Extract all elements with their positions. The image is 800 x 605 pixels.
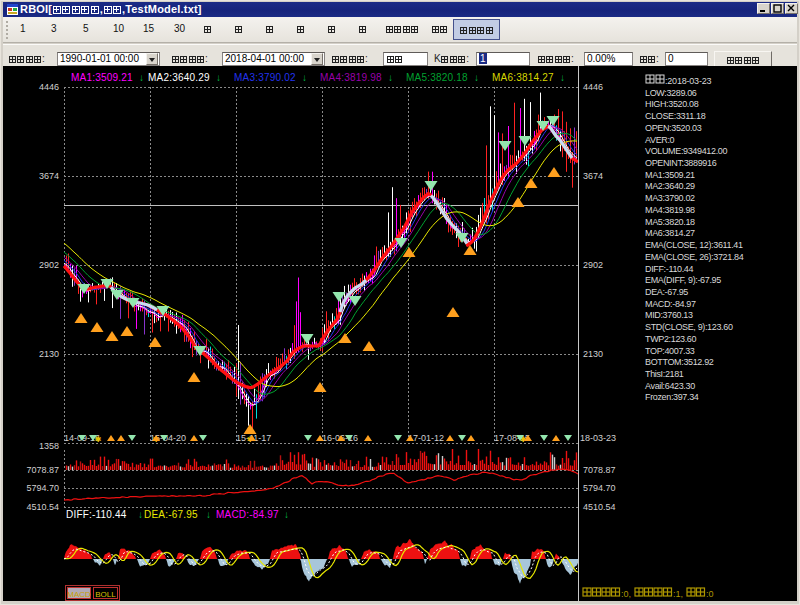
svg-text:MA6:3814.27: MA6:3814.27 — [492, 72, 554, 83]
svg-text:EMA(CLOSE, 26):3721.84: EMA(CLOSE, 26):3721.84 — [645, 252, 744, 262]
svg-text::0,: :0, — [621, 589, 631, 599]
svg-text:Avail:6423.30: Avail:6423.30 — [645, 381, 695, 391]
svg-text:MA4:3819.98: MA4:3819.98 — [320, 72, 382, 83]
svg-text:↓: ↓ — [139, 72, 144, 83]
svg-text:EMA(CLOSE, 12):3611.41: EMA(CLOSE, 12):3611.41 — [645, 240, 743, 250]
svg-text:3674: 3674 — [39, 171, 59, 181]
svg-text:DIFF:-110.44: DIFF:-110.44 — [645, 264, 693, 274]
svg-text:2902: 2902 — [39, 260, 59, 270]
svg-text::2018-03-23: :2018-03-23 — [665, 76, 712, 86]
svg-text:AVER:0: AVER:0 — [645, 135, 675, 145]
svg-text:MACD:-84.97: MACD:-84.97 — [216, 509, 279, 520]
svg-text:↓: ↓ — [474, 72, 479, 83]
svg-text::1,: :1, — [673, 589, 683, 599]
svg-text:↓: ↓ — [388, 72, 393, 83]
svg-text:MA2:3640.29: MA2:3640.29 — [148, 72, 210, 83]
svg-text:HIGH:3520.08: HIGH:3520.08 — [645, 99, 699, 109]
svg-text:4510.54: 4510.54 — [26, 502, 59, 512]
svg-text:OPEN:3520.03: OPEN:3520.03 — [645, 123, 702, 133]
svg-text:MA5:3820.18: MA5:3820.18 — [406, 72, 468, 83]
svg-text:4446: 4446 — [583, 82, 603, 92]
svg-text:MACD: MACD — [67, 590, 91, 599]
svg-text:17-01-12: 17-01-12 — [408, 433, 444, 443]
svg-text:4510.54: 4510.54 — [583, 502, 616, 512]
svg-text:↓: ↓ — [284, 509, 289, 520]
svg-text:MA6:3814.27: MA6:3814.27 — [645, 228, 695, 238]
svg-text:3674: 3674 — [583, 171, 603, 181]
svg-text:TWP2:123.60: TWP2:123.60 — [645, 334, 697, 344]
svg-text:MA5:3820.18: MA5:3820.18 — [645, 217, 695, 227]
svg-text:MID:3760.13: MID:3760.13 — [645, 310, 693, 320]
svg-text:STD(CLOSE, 9):123.60: STD(CLOSE, 9):123.60 — [645, 322, 733, 332]
svg-text:MA3:3790.02: MA3:3790.02 — [645, 193, 695, 203]
svg-text:DEA:-67.95: DEA:-67.95 — [144, 509, 198, 520]
svg-text:BOTTOM:3512.92: BOTTOM:3512.92 — [645, 357, 714, 367]
svg-text:5794.70: 5794.70 — [26, 483, 59, 493]
svg-text:MA4:3819.98: MA4:3819.98 — [645, 205, 695, 215]
svg-text:EMA(DIFF, 9):-67.95: EMA(DIFF, 9):-67.95 — [645, 275, 721, 285]
svg-text:5794.70: 5794.70 — [583, 483, 616, 493]
svg-text:7078.87: 7078.87 — [26, 465, 59, 475]
svg-text:BOLL: BOLL — [95, 590, 116, 599]
svg-text:MACD:-84.97: MACD:-84.97 — [645, 299, 696, 309]
svg-text:Frozen:397.34: Frozen:397.34 — [645, 392, 699, 402]
svg-text:↓: ↓ — [216, 72, 221, 83]
svg-text:CLOSE:3311.18: CLOSE:3311.18 — [645, 111, 706, 121]
svg-text:↓: ↓ — [138, 509, 143, 520]
svg-text:MA1:3509.21: MA1:3509.21 — [71, 72, 133, 83]
svg-text:MA3:3790.02: MA3:3790.02 — [234, 72, 296, 83]
svg-text:18-03-23: 18-03-23 — [580, 433, 616, 443]
svg-text:2130: 2130 — [39, 349, 59, 359]
svg-text:2902: 2902 — [583, 260, 603, 270]
svg-text:TOP:4007.33: TOP:4007.33 — [645, 346, 695, 356]
svg-text:7078.87: 7078.87 — [583, 465, 616, 475]
svg-text:↓: ↓ — [302, 72, 307, 83]
svg-text:↓: ↓ — [206, 509, 211, 520]
svg-text:2130: 2130 — [583, 349, 603, 359]
svg-text:MA2:3640.29: MA2:3640.29 — [645, 181, 695, 191]
svg-text:VOLUME:9349412.00: VOLUME:9349412.00 — [645, 146, 727, 156]
svg-text::0: :0 — [706, 589, 714, 599]
svg-text:1358: 1358 — [39, 441, 59, 451]
svg-text:LOW:3289.06: LOW:3289.06 — [645, 88, 697, 98]
svg-text:DEA:-67.95: DEA:-67.95 — [645, 287, 688, 297]
svg-text:ThisI:2181: ThisI:2181 — [645, 369, 684, 379]
svg-text:DIFF:-110.44: DIFF:-110.44 — [66, 509, 127, 520]
svg-text:↓: ↓ — [560, 72, 565, 83]
svg-text:OPENINT:3889916: OPENINT:3889916 — [645, 158, 717, 168]
svg-text:4446: 4446 — [39, 82, 59, 92]
svg-text:MA1:3509.21: MA1:3509.21 — [645, 170, 695, 180]
